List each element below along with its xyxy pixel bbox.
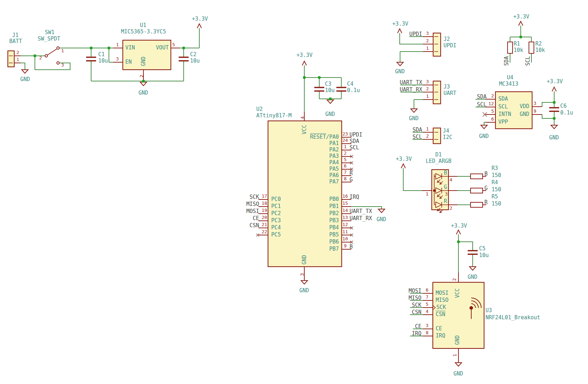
sw1-pin2-num: 2: [39, 55, 42, 60]
net-csn-u2: CSN: [250, 223, 259, 228]
u2-pin13-num: 13: [342, 215, 348, 220]
u4-pin-name-sda: SDA: [498, 96, 508, 102]
u2-pin1-num: 1: [344, 144, 347, 149]
j2-ref: J2: [443, 37, 450, 42]
u2-gnd-label: GND: [299, 288, 309, 293]
u2-pin-name-pb1: PB1: [329, 204, 339, 209]
c5-gnd-label: GND: [468, 274, 477, 280]
c3-value: 10u: [325, 88, 335, 93]
c3c4-gnd-label: GND: [325, 112, 335, 117]
j4-pin1-num: 1: [426, 127, 429, 131]
u1-pin-name-vin: VIN: [125, 45, 135, 50]
u4-pin-name-gnd: GND: [520, 112, 529, 117]
net-mosi-u2: MOSI: [246, 209, 259, 214]
u2-pin21-num: 21: [262, 222, 267, 227]
net-updi-j2: UPDI: [409, 32, 422, 37]
net-scl-u2: SCL: [350, 145, 359, 150]
u2-pin-name-pc4: PC4: [271, 225, 281, 230]
u1-pin-name-en: EN: [125, 59, 132, 65]
u3-gnd-label: GND: [453, 371, 463, 377]
d1-led-r-label: R: [444, 199, 447, 204]
u1-pin1-num: 1: [116, 42, 119, 47]
u2-pin12-num: 12: [342, 222, 348, 227]
u3-ref: U3: [485, 308, 492, 313]
net-uart-tx-j3: UART_TX: [400, 80, 422, 85]
u1-pin2-num: 2: [139, 75, 144, 78]
u4-pin-name-vdd: VDD: [520, 104, 529, 109]
u2-pin-name-pa0: /PA0: [326, 134, 339, 140]
u2-pin-name-pa6: PA6: [329, 173, 339, 178]
net-g-r4: G: [484, 186, 488, 191]
net-mosi-u3: MOSI: [409, 288, 421, 294]
r5-ref: R5: [492, 194, 498, 199]
d1-led-g-label: G: [444, 185, 447, 190]
u2-pin8-num: 8: [344, 176, 347, 181]
u4-power-label: +3.3V: [547, 79, 563, 84]
net-uart-rx-u2: UART_RX: [350, 216, 372, 221]
net-updi-u2: UPDI: [350, 132, 362, 138]
u2-pin-name-vcc: VCC: [302, 125, 307, 134]
net-sck-u2: SCK: [250, 194, 259, 200]
u3-power-label: +3.3V: [451, 223, 467, 229]
u2-pin16-num: 16: [342, 194, 348, 198]
r3-ref: R3: [492, 166, 498, 171]
u2-pin-name-gnd: GND: [302, 255, 307, 265]
u2-pin-name-pc3: PC3: [271, 218, 281, 223]
d1-pin2-num: 2: [450, 206, 452, 210]
u4-pin2-num: 2: [491, 94, 494, 98]
u3-pin-name-irq: IRQ: [436, 333, 445, 338]
u2-pin23-num: 23: [342, 132, 348, 136]
u4-pin-name-scl: SCL: [498, 104, 508, 110]
j3-pin2-num: 2: [426, 86, 429, 91]
u2-pin-name-pa5: PA5: [329, 166, 339, 172]
u4-gnd-label: GND: [479, 134, 489, 139]
u3-pin1-num: 1: [452, 354, 457, 357]
u4-pin3-num: 3: [534, 101, 536, 106]
j3-gnd-label: GND: [409, 116, 419, 121]
u2-pin24-num: 24: [342, 138, 348, 143]
net-b-r3: B: [484, 171, 488, 177]
u3-pin4-num: 4: [426, 309, 429, 314]
c2-ref: C2: [190, 52, 196, 57]
schematic-canvas: J1BATT21GNDSW1SW_SPDT213C110uU1MIC5365-3…: [0, 0, 588, 384]
net-b-u2: B: [350, 244, 353, 250]
d1-power-label: +3.3V: [396, 156, 412, 162]
u2-pin-name-pb5: PB5: [329, 232, 339, 238]
net-g-u2: G: [350, 177, 353, 182]
u3-pin5-num: 5: [426, 302, 429, 306]
r2-ref: R2: [535, 41, 542, 47]
pb1-gnd-label: GND: [377, 217, 386, 222]
net-scl-u4: SCL: [477, 102, 487, 107]
net-uart-tx-u2: UART_TX: [350, 209, 372, 214]
u2-pin-name-pa2: PA2: [329, 147, 339, 153]
net-ce-u3: CE: [415, 324, 421, 329]
u2-pin-name-pb2: PB2: [329, 211, 339, 216]
u2-pin7-num: 7: [344, 170, 347, 175]
vout-power-label: +3.3V: [192, 16, 208, 22]
j4-value: I2C: [443, 135, 452, 140]
schematic-labels: J1BATT21GNDSW1SW_SPDT213C110uU1MIC5365-3…: [0, 0, 588, 384]
u2-pin14-num: 14: [342, 208, 348, 213]
sw1-pin1-num: 1: [61, 48, 64, 53]
u2-pin-name-pb6: PB6: [329, 239, 339, 245]
u3-value: NRF24L01_Breakout: [485, 315, 540, 320]
u3-pin-name-mosi: MOSI: [436, 290, 448, 296]
u1-ref: U1: [140, 23, 146, 28]
u2-pin-name-pa7: PA7: [329, 179, 339, 185]
u3-pin-name-csn: CSN: [436, 312, 445, 317]
j2-pin1-num: 1: [426, 46, 429, 50]
r1-value: 10k: [514, 48, 523, 53]
j1-value: BATT: [9, 39, 22, 44]
u1-pin3-num: 3: [116, 57, 119, 61]
u2-pin-name-reset: RESET: [310, 134, 326, 140]
u4-pin12-num: 12: [488, 101, 494, 106]
u2-pin22-num: 22: [262, 229, 267, 234]
u2-pin6-num: 6: [344, 164, 347, 168]
u1-value: MIC5365-3.3YC5: [121, 29, 166, 34]
u4-value: MC3413: [499, 81, 518, 87]
sw1-value: SW_SPDT: [38, 36, 60, 42]
u2-pin-name-pb4: PB4: [329, 225, 339, 230]
u2-pin-name-pb7: PB7: [329, 246, 339, 252]
r1-ref: R1: [514, 41, 520, 47]
net-scl-r2: SCL: [525, 56, 531, 66]
